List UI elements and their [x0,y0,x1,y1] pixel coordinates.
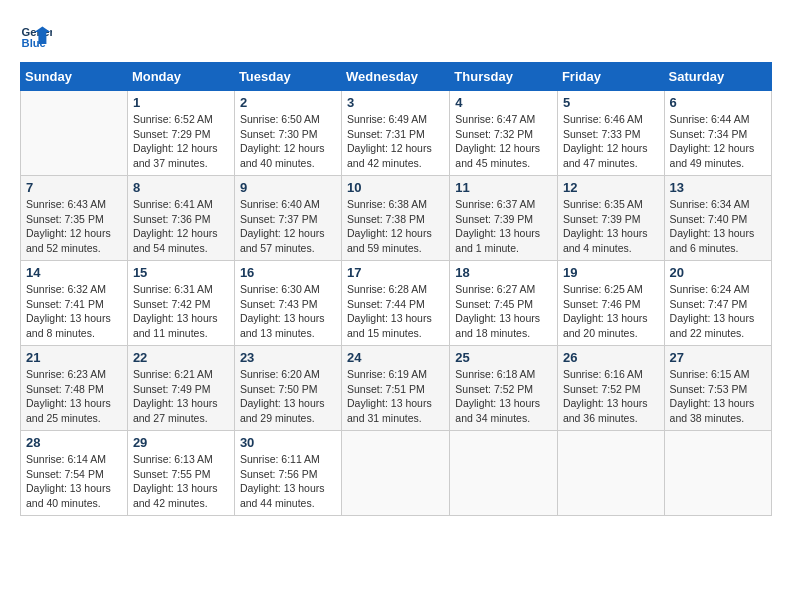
day-number: 17 [347,265,444,280]
day-number: 28 [26,435,122,450]
page-header: General Blue [20,20,772,52]
day-number: 29 [133,435,229,450]
day-header-sunday: Sunday [21,63,128,91]
cell-content: Sunrise: 6:14 AM Sunset: 7:54 PM Dayligh… [26,452,122,511]
calendar-cell: 30Sunrise: 6:11 AM Sunset: 7:56 PM Dayli… [234,431,341,516]
calendar-cell: 24Sunrise: 6:19 AM Sunset: 7:51 PM Dayli… [342,346,450,431]
day-number: 14 [26,265,122,280]
calendar-cell: 27Sunrise: 6:15 AM Sunset: 7:53 PM Dayli… [664,346,771,431]
calendar-cell: 3Sunrise: 6:49 AM Sunset: 7:31 PM Daylig… [342,91,450,176]
cell-content: Sunrise: 6:38 AM Sunset: 7:38 PM Dayligh… [347,197,444,256]
calendar-cell: 18Sunrise: 6:27 AM Sunset: 7:45 PM Dayli… [450,261,558,346]
cell-content: Sunrise: 6:11 AM Sunset: 7:56 PM Dayligh… [240,452,336,511]
calendar-cell: 16Sunrise: 6:30 AM Sunset: 7:43 PM Dayli… [234,261,341,346]
cell-content: Sunrise: 6:50 AM Sunset: 7:30 PM Dayligh… [240,112,336,171]
header-row: SundayMondayTuesdayWednesdayThursdayFrid… [21,63,772,91]
cell-content: Sunrise: 6:43 AM Sunset: 7:35 PM Dayligh… [26,197,122,256]
logo-icon: General Blue [20,20,52,52]
day-number: 6 [670,95,766,110]
day-number: 24 [347,350,444,365]
calendar-week-2: 7Sunrise: 6:43 AM Sunset: 7:35 PM Daylig… [21,176,772,261]
calendar-cell: 15Sunrise: 6:31 AM Sunset: 7:42 PM Dayli… [127,261,234,346]
calendar-cell [21,91,128,176]
calendar-cell: 13Sunrise: 6:34 AM Sunset: 7:40 PM Dayli… [664,176,771,261]
day-number: 20 [670,265,766,280]
calendar-cell: 17Sunrise: 6:28 AM Sunset: 7:44 PM Dayli… [342,261,450,346]
day-number: 21 [26,350,122,365]
calendar-cell [557,431,664,516]
cell-content: Sunrise: 6:27 AM Sunset: 7:45 PM Dayligh… [455,282,552,341]
cell-content: Sunrise: 6:15 AM Sunset: 7:53 PM Dayligh… [670,367,766,426]
day-number: 16 [240,265,336,280]
calendar-cell: 21Sunrise: 6:23 AM Sunset: 7:48 PM Dayli… [21,346,128,431]
day-number: 7 [26,180,122,195]
calendar-cell: 14Sunrise: 6:32 AM Sunset: 7:41 PM Dayli… [21,261,128,346]
day-number: 9 [240,180,336,195]
calendar-cell: 20Sunrise: 6:24 AM Sunset: 7:47 PM Dayli… [664,261,771,346]
cell-content: Sunrise: 6:20 AM Sunset: 7:50 PM Dayligh… [240,367,336,426]
cell-content: Sunrise: 6:19 AM Sunset: 7:51 PM Dayligh… [347,367,444,426]
day-number: 10 [347,180,444,195]
cell-content: Sunrise: 6:35 AM Sunset: 7:39 PM Dayligh… [563,197,659,256]
day-number: 26 [563,350,659,365]
cell-content: Sunrise: 6:41 AM Sunset: 7:36 PM Dayligh… [133,197,229,256]
day-number: 1 [133,95,229,110]
day-number: 13 [670,180,766,195]
cell-content: Sunrise: 6:24 AM Sunset: 7:47 PM Dayligh… [670,282,766,341]
day-header-friday: Friday [557,63,664,91]
calendar-cell: 2Sunrise: 6:50 AM Sunset: 7:30 PM Daylig… [234,91,341,176]
calendar-week-5: 28Sunrise: 6:14 AM Sunset: 7:54 PM Dayli… [21,431,772,516]
calendar-cell: 5Sunrise: 6:46 AM Sunset: 7:33 PM Daylig… [557,91,664,176]
calendar-cell [664,431,771,516]
day-number: 12 [563,180,659,195]
day-number: 11 [455,180,552,195]
calendar-week-1: 1Sunrise: 6:52 AM Sunset: 7:29 PM Daylig… [21,91,772,176]
day-number: 19 [563,265,659,280]
logo: General Blue [20,20,56,52]
calendar-cell [450,431,558,516]
cell-content: Sunrise: 6:46 AM Sunset: 7:33 PM Dayligh… [563,112,659,171]
calendar-cell: 7Sunrise: 6:43 AM Sunset: 7:35 PM Daylig… [21,176,128,261]
cell-content: Sunrise: 6:37 AM Sunset: 7:39 PM Dayligh… [455,197,552,256]
cell-content: Sunrise: 6:34 AM Sunset: 7:40 PM Dayligh… [670,197,766,256]
calendar-cell [342,431,450,516]
day-number: 2 [240,95,336,110]
day-number: 25 [455,350,552,365]
cell-content: Sunrise: 6:23 AM Sunset: 7:48 PM Dayligh… [26,367,122,426]
calendar-cell: 22Sunrise: 6:21 AM Sunset: 7:49 PM Dayli… [127,346,234,431]
cell-content: Sunrise: 6:31 AM Sunset: 7:42 PM Dayligh… [133,282,229,341]
calendar-cell: 8Sunrise: 6:41 AM Sunset: 7:36 PM Daylig… [127,176,234,261]
cell-content: Sunrise: 6:32 AM Sunset: 7:41 PM Dayligh… [26,282,122,341]
cell-content: Sunrise: 6:40 AM Sunset: 7:37 PM Dayligh… [240,197,336,256]
calendar-cell: 11Sunrise: 6:37 AM Sunset: 7:39 PM Dayli… [450,176,558,261]
day-header-monday: Monday [127,63,234,91]
day-number: 27 [670,350,766,365]
calendar-cell: 6Sunrise: 6:44 AM Sunset: 7:34 PM Daylig… [664,91,771,176]
cell-content: Sunrise: 6:21 AM Sunset: 7:49 PM Dayligh… [133,367,229,426]
day-number: 22 [133,350,229,365]
day-number: 18 [455,265,552,280]
calendar-table: SundayMondayTuesdayWednesdayThursdayFrid… [20,62,772,516]
calendar-cell: 1Sunrise: 6:52 AM Sunset: 7:29 PM Daylig… [127,91,234,176]
cell-content: Sunrise: 6:47 AM Sunset: 7:32 PM Dayligh… [455,112,552,171]
cell-content: Sunrise: 6:18 AM Sunset: 7:52 PM Dayligh… [455,367,552,426]
cell-content: Sunrise: 6:13 AM Sunset: 7:55 PM Dayligh… [133,452,229,511]
cell-content: Sunrise: 6:49 AM Sunset: 7:31 PM Dayligh… [347,112,444,171]
day-header-tuesday: Tuesday [234,63,341,91]
calendar-week-3: 14Sunrise: 6:32 AM Sunset: 7:41 PM Dayli… [21,261,772,346]
calendar-cell: 29Sunrise: 6:13 AM Sunset: 7:55 PM Dayli… [127,431,234,516]
day-number: 5 [563,95,659,110]
day-header-thursday: Thursday [450,63,558,91]
day-number: 3 [347,95,444,110]
day-header-saturday: Saturday [664,63,771,91]
day-header-wednesday: Wednesday [342,63,450,91]
calendar-cell: 19Sunrise: 6:25 AM Sunset: 7:46 PM Dayli… [557,261,664,346]
calendar-cell: 12Sunrise: 6:35 AM Sunset: 7:39 PM Dayli… [557,176,664,261]
calendar-cell: 23Sunrise: 6:20 AM Sunset: 7:50 PM Dayli… [234,346,341,431]
calendar-cell: 28Sunrise: 6:14 AM Sunset: 7:54 PM Dayli… [21,431,128,516]
calendar-week-4: 21Sunrise: 6:23 AM Sunset: 7:48 PM Dayli… [21,346,772,431]
cell-content: Sunrise: 6:30 AM Sunset: 7:43 PM Dayligh… [240,282,336,341]
calendar-cell: 4Sunrise: 6:47 AM Sunset: 7:32 PM Daylig… [450,91,558,176]
calendar-cell: 9Sunrise: 6:40 AM Sunset: 7:37 PM Daylig… [234,176,341,261]
day-number: 23 [240,350,336,365]
